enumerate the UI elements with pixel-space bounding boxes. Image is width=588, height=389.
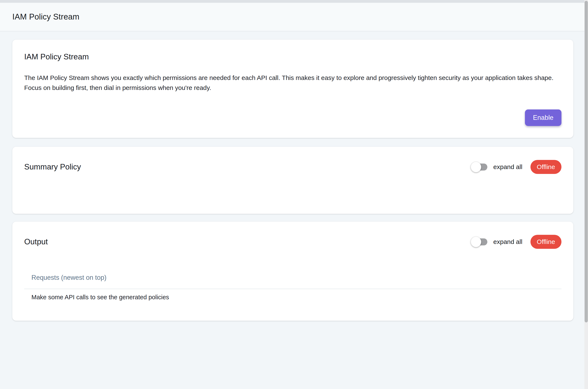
- intro-card-title: IAM Policy Stream: [24, 52, 561, 61]
- output-expand-toggle[interactable]: [473, 238, 487, 245]
- output-card: Output expand all Offline Requests (newe…: [12, 222, 573, 321]
- requests-divider: [24, 289, 561, 289]
- intro-card: IAM Policy Stream The IAM Policy Stream …: [12, 40, 573, 138]
- toggle-knob-icon: [471, 237, 481, 247]
- vertical-scrollbar[interactable]: [584, 0, 588, 389]
- output-status-badge: Offline: [530, 235, 561, 249]
- output-card-title: Output: [24, 237, 48, 246]
- output-controls: expand all Offline: [473, 235, 561, 249]
- page-title: IAM Policy Stream: [12, 12, 79, 21]
- output-heading-row: Output expand all Offline: [24, 233, 561, 250]
- intro-description: The IAM Policy Stream shows you exactly …: [24, 73, 561, 93]
- summary-card-title: Summary Policy: [24, 162, 81, 171]
- requests-section: Requests (newest on top) Make some API c…: [24, 274, 561, 301]
- summary-policy-card: Summary Policy expand all Offline: [12, 147, 573, 214]
- page-header: IAM Policy Stream: [0, 3, 584, 32]
- summary-heading-row: Summary Policy expand all Offline: [24, 159, 561, 175]
- requests-empty-message: Make some API calls to see the generated…: [32, 294, 561, 301]
- output-expand-all-label: expand all: [493, 238, 522, 245]
- toggle-knob-icon: [471, 162, 481, 172]
- scrollbar-thumb[interactable]: [585, 1, 588, 323]
- summary-expand-toggle[interactable]: [473, 163, 487, 170]
- requests-heading: Requests (newest on top): [32, 274, 561, 282]
- enable-button[interactable]: Enable: [525, 109, 561, 126]
- summary-expand-all-label: expand all: [493, 163, 522, 170]
- summary-status-badge: Offline: [530, 160, 561, 174]
- main-content: IAM Policy Stream The IAM Policy Stream …: [0, 32, 584, 321]
- summary-controls: expand all Offline: [473, 160, 561, 174]
- top-edge-band: [0, 0, 584, 3]
